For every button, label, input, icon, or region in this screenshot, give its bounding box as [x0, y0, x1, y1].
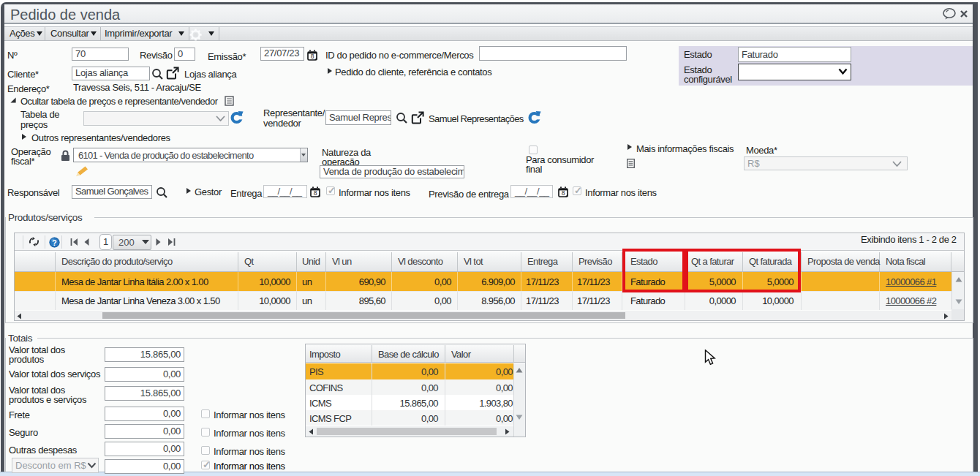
svg-text:?: ?: [52, 238, 56, 247]
svg-text:8: 8: [562, 189, 565, 197]
svg-text:8: 8: [314, 189, 317, 197]
svg-text:8: 8: [311, 53, 314, 60]
